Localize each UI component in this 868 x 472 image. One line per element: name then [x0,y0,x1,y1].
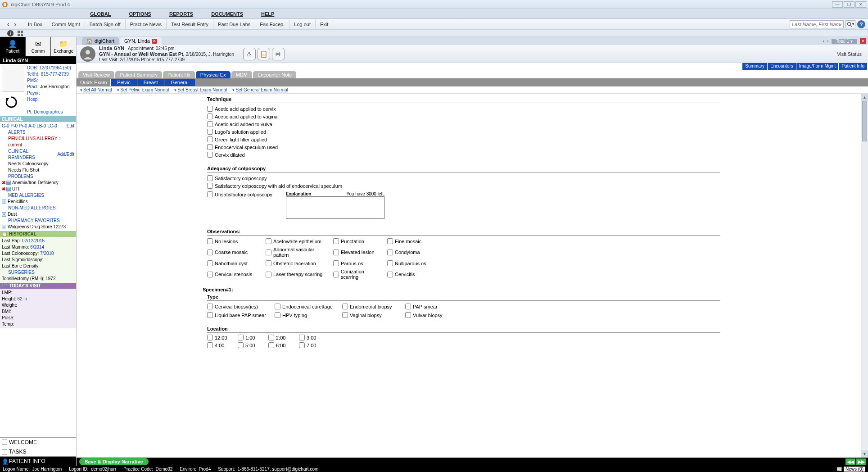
tabs-next[interactable]: › [827,38,829,44]
set-general-normal[interactable]: Set General Exam Normal [235,87,288,92]
stethoscope-button[interactable]: ♾ [272,48,285,60]
chk-obs[interactable] [387,272,393,277]
bottom-tab-welcome[interactable]: WELCOME [0,437,76,447]
restore-button[interactable]: ❐ [844,1,854,8]
chk-type[interactable] [405,304,411,309]
subtab-breast[interactable]: Breast [137,79,164,86]
chk-type[interactable] [207,312,213,318]
chk-technique-0[interactable] [207,106,213,112]
nav-prev-green[interactable]: ◀◀ [845,458,855,465]
scrollbar[interactable]: ▲▼ [861,94,868,458]
menu-global[interactable]: GLOBAL [90,11,111,17]
chk-obs[interactable] [387,250,393,255]
chk-type[interactable] [275,312,280,318]
delete-icon[interactable]: ✖ [2,186,5,191]
problem-1[interactable]: Anemia/Iron Deficiency [12,180,59,185]
search-button[interactable]: ▾ [845,20,855,28]
chk-loc[interactable] [207,335,213,340]
sync-icon[interactable] [5,95,18,109]
gpline-edit[interactable]: Edit [67,123,74,129]
link-batch-signoff[interactable]: Batch Sign-off [85,19,126,29]
chk-obs[interactable] [207,250,213,255]
nonmed-allergies-head[interactable]: NON-MED ALLERGIES [2,205,74,211]
doc-icon[interactable]: ▤ [6,187,11,191]
chk-type[interactable] [275,304,280,309]
ctab-physical-ex[interactable]: Physical Ex [196,71,231,78]
chk-obs[interactable] [266,250,271,255]
plus-icon[interactable]: + [2,200,6,204]
explanation-textarea[interactable] [286,196,385,219]
tabs-close-all[interactable]: ✕ [860,38,866,44]
last-mammo[interactable]: 6/2014 [30,245,44,250]
menu-help[interactable]: HELP [261,11,274,17]
chk-obs[interactable] [387,260,393,266]
clinical-reminders[interactable]: CLINICAL REMINDERS [8,148,55,161]
chk-obs[interactable] [387,238,393,244]
sidetab-patient[interactable]: 👤Patient [0,37,25,56]
menu-reports[interactable]: REPORTS [169,11,193,17]
chk-obs[interactable] [207,238,213,244]
ctab-encounter-note[interactable]: Encounter Note [253,71,296,78]
bottom-tab-tasks[interactable]: TASKS [0,447,76,456]
help-button[interactable]: ? [857,20,865,28]
tab-close[interactable]: ✕ [152,39,157,44]
last-colo[interactable]: 7/2010 [40,251,54,256]
link-exit[interactable]: Exit [316,19,333,29]
chk-type[interactable] [405,312,411,318]
tabs-prev[interactable]: ‹ [823,38,824,44]
med-allergies-head[interactable]: MED ALLERGIES [2,192,74,199]
patient-search-input[interactable] [790,20,844,28]
chk-type[interactable] [207,304,213,309]
chk-technique-4[interactable] [207,136,213,142]
chk-obs[interactable] [207,260,213,266]
surgeries-head[interactable]: SURGERIES [2,269,74,276]
delete-icon[interactable]: ✖ [2,180,5,185]
chk-sat-aid[interactable] [207,183,213,189]
link-comm-mgmt[interactable]: Comm Mgmt [47,19,85,29]
bottom-tab-patient-info[interactable]: 👤PATIENT INFO [0,456,76,466]
ctab-visit-review[interactable]: Visit Review [78,71,114,78]
chk-technique-5[interactable] [207,144,213,150]
chk-obs[interactable] [266,272,271,277]
chk-loc[interactable] [207,342,213,348]
chk-loc[interactable] [238,342,244,348]
set-pelvic-normal[interactable]: Set Pelvic Exam Normal [120,87,169,92]
chk-loc[interactable] [268,335,274,340]
minimize-button[interactable]: — [832,1,843,8]
ctab-patient-summary[interactable]: Patient Summary [115,71,162,78]
menu-documents[interactable]: DOCUMENTS [211,11,243,17]
chk-technique-6[interactable] [207,152,213,158]
link-test-result-entry[interactable]: Test Result Entry [167,19,213,29]
sidetab-exchange[interactable]: 📁Exchange [50,37,76,56]
info-icon[interactable]: i [7,30,14,36]
nav-next-green[interactable]: ▶▶ [856,458,866,465]
alert-button[interactable]: ⚠ [243,48,256,60]
chk-loc[interactable] [238,335,244,340]
chk-obs[interactable] [333,238,339,244]
util-patient-info[interactable]: Patient Info [839,63,867,70]
sidetab-comm[interactable]: ✉Comm [25,37,51,56]
pharmacy-favorites[interactable]: PHARMACY FAVORITES [2,218,74,224]
chk-obs[interactable] [266,260,271,266]
util-image-form-mgmt[interactable]: Image/Form Mgmt [796,63,839,70]
alerts-head[interactable]: ALERTS [2,129,74,136]
set-all-normal[interactable]: Set All Normal [83,87,112,92]
doc-icon[interactable]: ▤ [6,181,11,185]
util-encounters[interactable]: Encounters [768,63,796,70]
last-pap[interactable]: 02/12/2015 [22,238,45,243]
visit-status[interactable]: Visit Status [837,51,864,57]
save-display-narrative[interactable]: Save & Display Narrative [79,458,149,465]
ctab-patient-hx[interactable]: Patient Hx [163,71,195,78]
link-inbox[interactable]: In-Box [23,19,47,29]
chk-loc[interactable] [299,342,305,348]
chk-loc[interactable] [268,342,274,348]
chk-technique-3[interactable] [207,129,213,135]
util-summary[interactable]: Summary [742,63,767,70]
link-past-due-labs[interactable]: Past Due Labs [213,19,255,29]
plus-icon[interactable]: + [2,212,6,217]
nav-back[interactable]: ‹ [5,20,11,28]
clipboard-button[interactable]: 📋 [258,48,270,60]
grid-icon[interactable] [17,30,23,36]
menu-options[interactable]: OPTIONS [129,11,151,17]
chk-unsat[interactable] [207,191,213,197]
